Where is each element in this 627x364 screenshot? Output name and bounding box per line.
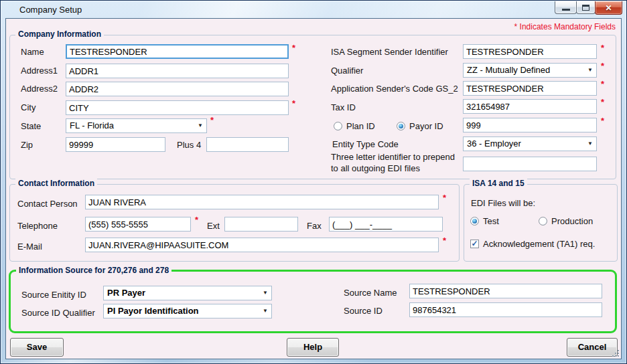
source-id-qualifier-dropdown[interactable]: PI Payor Identification ▼	[103, 304, 272, 318]
source-entity-id-label: Source Enitity ID	[21, 290, 86, 300]
maximize-icon	[582, 5, 589, 11]
prepend-label-line1: Three letter identifier to prepend	[331, 152, 455, 163]
information-source-group: Information Source for 270,276 and 278 S…	[9, 270, 617, 333]
source-entity-id-value: PR Payer	[107, 288, 145, 298]
window-title: Company Setup	[19, 5, 82, 15]
qualifier-dropdown[interactable]: ZZ - Mutually Defined ▼	[463, 63, 597, 78]
cancel-button[interactable]: Cancel	[567, 338, 618, 357]
name-input[interactable]	[66, 44, 289, 59]
tax-id-label: Tax ID	[331, 102, 356, 113]
telephone-input[interactable]	[85, 217, 191, 232]
qualifier-label: Qualifier	[331, 66, 363, 76]
plus4-label: Plus 4	[177, 140, 201, 151]
resize-grip[interactable]	[611, 349, 620, 358]
maximize-button[interactable]	[576, 1, 596, 14]
close-icon: ✕	[605, 4, 612, 12]
source-id-qualifier-label: Source ID Qualifier	[21, 308, 95, 318]
contact-person-label: Contact Person	[17, 199, 78, 209]
ext-label: Ext	[207, 221, 220, 232]
help-button[interactable]: Help	[287, 338, 339, 357]
dropdown-arrow-icon: ▼	[587, 141, 593, 147]
isa-sender-required-asterisk: *	[601, 43, 604, 52]
information-source-title: Information Source for 270,276 and 278	[16, 266, 171, 276]
save-button[interactable]: Save	[10, 338, 64, 357]
qualifier-value: ZZ - Mutually Defined	[467, 65, 550, 75]
address2-label: Address2	[21, 84, 58, 94]
email-input[interactable]	[85, 238, 439, 252]
minimize-button[interactable]	[555, 1, 577, 14]
source-name-label: Source Name	[344, 288, 397, 298]
contact-information-title: Contact Information	[15, 179, 97, 189]
address1-label: Address1	[21, 66, 58, 76]
tax-id-required-asterisk: *	[601, 98, 604, 106]
company-information-group: Company Information Name * Address1 Addr…	[9, 35, 616, 179]
isa-14-15-group: ISA 14 and 15 EDI Files will be: Test Pr…	[464, 184, 618, 262]
isa-sender-label: ISA Segment Sender Identifier	[331, 47, 448, 58]
zip-label: Zip	[21, 140, 33, 151]
payor-id-radio[interactable]	[397, 122, 405, 130]
source-id-input[interactable]	[409, 302, 602, 317]
prepend-input[interactable]	[463, 157, 597, 171]
entity-type-value: 36 - Employer	[467, 139, 521, 149]
test-label: Test	[483, 216, 499, 227]
test-radio[interactable]	[470, 217, 479, 225]
payor-id-required-asterisk: *	[601, 116, 604, 125]
email-label: E-Mail	[17, 242, 42, 252]
address2-input[interactable]	[66, 82, 289, 96]
close-button[interactable]: ✕	[595, 1, 622, 15]
state-label: State	[21, 121, 41, 132]
contact-person-required-asterisk: *	[443, 193, 446, 202]
dropdown-arrow-icon: ▼	[198, 123, 203, 128]
payor-id-input[interactable]	[463, 118, 597, 132]
dropdown-arrow-icon: ▼	[263, 290, 268, 296]
company-setup-window: Company Setup ✕ * Indicates Mandatory Fi…	[0, 0, 627, 364]
zip-input[interactable]	[66, 137, 165, 152]
city-label: City	[21, 102, 36, 113]
telephone-required-asterisk: *	[195, 215, 198, 224]
telephone-label: Telephone	[17, 221, 58, 232]
plan-id-label: Plan ID	[346, 121, 375, 132]
source-id-label: Source ID	[344, 306, 382, 316]
ta1-checkbox[interactable]: ✓	[470, 240, 479, 248]
name-label: Name	[21, 47, 44, 58]
state-required-asterisk: *	[210, 116, 214, 124]
isa-sender-input[interactable]	[463, 44, 597, 59]
plus4-input[interactable]	[206, 137, 289, 152]
caption-buttons: ✕	[555, 1, 622, 15]
entity-type-label: Entity Type Code	[332, 139, 399, 150]
gs2-input[interactable]	[463, 81, 597, 96]
gs2-required-asterisk: *	[601, 80, 604, 88]
prepend-label-line2: to all outgoing EDI files	[331, 163, 420, 174]
production-radio[interactable]	[539, 217, 547, 225]
city-input[interactable]	[66, 100, 289, 115]
ext-input[interactable]	[224, 217, 298, 232]
email-required-asterisk: *	[443, 236, 446, 245]
mandatory-fields-note: * Indicates Mandatory Fields	[514, 22, 616, 31]
qualifier-required-asterisk: *	[601, 62, 604, 70]
dropdown-arrow-icon: ▼	[587, 68, 593, 73]
dialog-client-area: * Indicates Mandatory Fields Company Inf…	[5, 18, 622, 359]
plan-id-radio[interactable]	[334, 122, 342, 130]
company-information-title: Company Information	[15, 29, 104, 39]
production-label: Production	[551, 216, 593, 227]
fax-label: Fax	[307, 221, 322, 232]
source-name-input[interactable]	[409, 284, 602, 298]
name-required-asterisk: *	[292, 43, 295, 52]
tax-id-input[interactable]	[463, 99, 597, 114]
gs2-label: Application Sender's Code GS_2	[331, 84, 458, 94]
check-icon: ✓	[471, 240, 478, 247]
edi-files-label: EDI Files will be:	[471, 198, 535, 209]
entity-type-dropdown[interactable]: 36 - Employer ▼	[463, 136, 597, 151]
payor-id-label: Payor ID	[409, 121, 443, 132]
source-entity-id-dropdown[interactable]: PR Payer ▼	[103, 286, 272, 300]
state-dropdown[interactable]: FL - Florida ▼	[66, 118, 207, 133]
minimize-icon	[562, 9, 570, 11]
dropdown-arrow-icon: ▼	[263, 308, 268, 314]
fax-input[interactable]	[329, 217, 443, 232]
city-required-asterisk: *	[292, 99, 295, 108]
contact-person-input[interactable]	[85, 195, 439, 209]
contact-information-group: Contact Information Contact Person * Tel…	[9, 184, 460, 262]
address1-input[interactable]	[66, 64, 289, 78]
isa-14-15-title: ISA 14 and 15	[470, 179, 527, 189]
ta1-label: Acknowledgement (TA1) req.	[483, 239, 595, 250]
